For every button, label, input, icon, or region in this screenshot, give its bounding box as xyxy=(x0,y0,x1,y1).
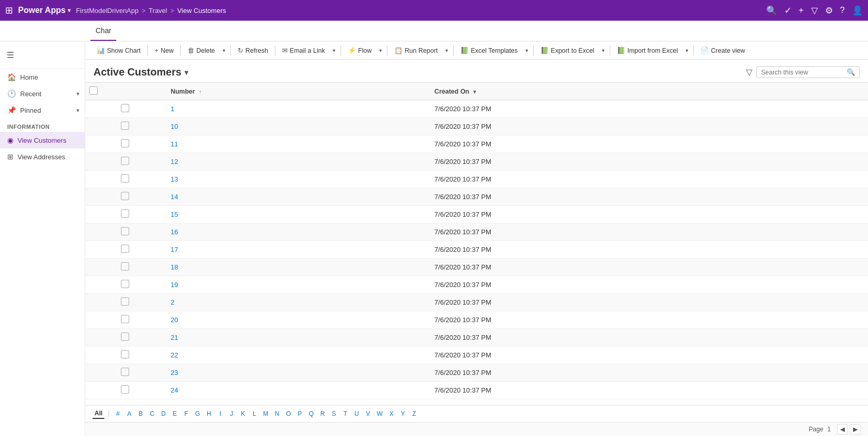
row-number-link[interactable]: 17 xyxy=(171,246,178,253)
row-number-link[interactable]: 11 xyxy=(171,140,178,148)
row-checkbox-cell[interactable] xyxy=(85,136,164,153)
recent-expand-icon[interactable]: ▾ xyxy=(76,91,80,97)
row-checkbox[interactable] xyxy=(121,174,129,183)
flow-dropdown[interactable]: ▾ xyxy=(377,46,384,55)
sidebar-item-view-customers[interactable]: ◉ View Customers xyxy=(0,132,85,148)
row-checkbox-cell[interactable] xyxy=(85,241,164,259)
filter-nav-icon[interactable]: ▽ xyxy=(811,5,818,16)
row-number-link[interactable]: 20 xyxy=(171,316,178,324)
row-checkbox[interactable] xyxy=(121,104,129,112)
alpha-item-p[interactable]: P xyxy=(295,409,304,418)
sidebar-item-pinned[interactable]: 📌 Pinned ▾ xyxy=(0,102,85,118)
email-link-dropdown[interactable]: ▾ xyxy=(330,46,338,55)
app-name[interactable]: Power Apps xyxy=(18,6,66,15)
alpha-item-all[interactable]: All xyxy=(92,409,104,419)
export-excel-button[interactable]: 📗 Export to Excel xyxy=(536,44,598,56)
sidebar-menu-icon[interactable]: ☰ xyxy=(0,46,21,64)
search-icon[interactable]: 🔍 xyxy=(766,5,777,16)
alpha-item-h[interactable]: H xyxy=(204,409,213,418)
select-all-checkbox[interactable] xyxy=(89,86,98,95)
flow-button[interactable]: ⚡ Flow xyxy=(344,44,376,56)
delete-button[interactable]: 🗑 Delete xyxy=(183,44,219,56)
sidebar-item-recent[interactable]: 🕐 Recent ▾ xyxy=(0,85,85,102)
search-input[interactable] xyxy=(761,69,844,76)
row-checkbox[interactable] xyxy=(121,157,129,165)
refresh-button[interactable]: ↻ Refresh xyxy=(234,44,272,56)
user-icon[interactable]: 👤 xyxy=(852,5,863,16)
row-number-link[interactable]: 15 xyxy=(171,211,178,218)
alpha-item-l[interactable]: L xyxy=(250,409,259,418)
row-checkbox[interactable] xyxy=(121,245,129,253)
alpha-item-b[interactable]: B xyxy=(136,409,145,418)
row-checkbox[interactable] xyxy=(121,333,129,341)
alpha-item-q[interactable]: Q xyxy=(306,409,316,418)
run-report-button[interactable]: 📋 Run Report xyxy=(390,44,442,56)
row-checkbox[interactable] xyxy=(121,280,129,288)
waffle-icon[interactable]: ⊞ xyxy=(5,5,13,16)
number-column-header[interactable]: Number ↑ xyxy=(164,83,428,100)
alpha-item-k[interactable]: K xyxy=(238,409,247,418)
alpha-item-w[interactable]: W xyxy=(375,409,384,418)
row-checkbox[interactable] xyxy=(121,139,129,147)
row-checkbox[interactable] xyxy=(121,385,129,394)
row-checkbox[interactable] xyxy=(121,209,129,218)
create-view-button[interactable]: 📄 Create view xyxy=(696,44,749,56)
alpha-item-a[interactable]: A xyxy=(125,409,134,418)
alpha-item-v[interactable]: V xyxy=(363,409,373,418)
row-checkbox-cell[interactable] xyxy=(85,118,164,136)
row-checkbox-cell[interactable] xyxy=(85,153,164,171)
alpha-item-d[interactable]: D xyxy=(159,409,168,418)
row-checkbox[interactable] xyxy=(121,297,129,306)
help-icon[interactable]: ? xyxy=(840,5,845,16)
row-checkbox-cell[interactable] xyxy=(85,188,164,206)
row-number-link[interactable]: 1 xyxy=(171,105,174,113)
search-submit-icon[interactable]: 🔍 xyxy=(847,68,855,76)
row-checkbox-cell[interactable] xyxy=(85,311,164,329)
checkbox-header[interactable] xyxy=(85,83,164,100)
alpha-item-e[interactable]: E xyxy=(170,409,179,418)
row-number-link[interactable]: 18 xyxy=(171,263,178,271)
show-chart-button[interactable]: 📊 Show Chart xyxy=(92,44,145,56)
row-number-link[interactable]: 14 xyxy=(171,193,178,201)
view-title-chevron[interactable]: ▾ xyxy=(184,68,188,77)
row-number-link[interactable]: 16 xyxy=(171,228,178,236)
settings-icon[interactable]: ⚙ xyxy=(825,5,833,16)
alpha-item-g[interactable]: G xyxy=(193,409,202,418)
delete-dropdown[interactable]: ▾ xyxy=(220,46,228,55)
import-excel-button[interactable]: 📗 Import from Excel xyxy=(613,44,682,56)
row-number-link[interactable]: 19 xyxy=(171,281,178,289)
alpha-item-o[interactable]: O xyxy=(284,409,293,418)
row-checkbox-cell[interactable] xyxy=(85,382,164,399)
row-checkbox-cell[interactable] xyxy=(85,100,164,118)
breadcrumb-travel[interactable]: Travel xyxy=(149,7,167,14)
row-number-link[interactable]: 24 xyxy=(171,386,178,394)
row-checkbox[interactable] xyxy=(121,350,129,358)
row-checkbox[interactable] xyxy=(121,227,129,235)
row-checkbox-cell[interactable] xyxy=(85,276,164,294)
breadcrumb-app[interactable]: FirstModelDrivenApp xyxy=(76,7,138,14)
row-checkbox-cell[interactable] xyxy=(85,206,164,223)
alpha-item-s[interactable]: S xyxy=(329,409,338,418)
row-checkbox-cell[interactable] xyxy=(85,294,164,311)
alpha-item-r[interactable]: R xyxy=(318,409,327,418)
new-button[interactable]: + New xyxy=(150,44,178,56)
run-report-dropdown[interactable]: ▾ xyxy=(443,46,451,55)
row-number-link[interactable]: 12 xyxy=(171,158,178,166)
alpha-item-m[interactable]: M xyxy=(261,409,270,418)
row-number-link[interactable]: 22 xyxy=(171,351,178,359)
row-checkbox[interactable] xyxy=(121,368,129,376)
alpha-item-t[interactable]: T xyxy=(340,409,350,418)
row-number-link[interactable]: 21 xyxy=(171,334,178,341)
app-chevron-icon[interactable]: ▾ xyxy=(68,7,71,14)
alpha-item-f[interactable]: F xyxy=(181,409,191,418)
row-number-link[interactable]: 10 xyxy=(171,123,178,130)
alpha-item-z[interactable]: Z xyxy=(410,409,419,418)
alpha-item-x[interactable]: X xyxy=(387,409,396,418)
add-icon[interactable]: + xyxy=(799,5,804,16)
tab-char[interactable]: Char xyxy=(90,21,116,41)
alpha-item-n[interactable]: N xyxy=(272,409,282,418)
email-link-button[interactable]: ✉ Email a Link xyxy=(278,44,329,56)
row-checkbox-cell[interactable] xyxy=(85,329,164,347)
import-excel-dropdown[interactable]: ▾ xyxy=(683,46,691,55)
row-checkbox[interactable] xyxy=(121,192,129,200)
